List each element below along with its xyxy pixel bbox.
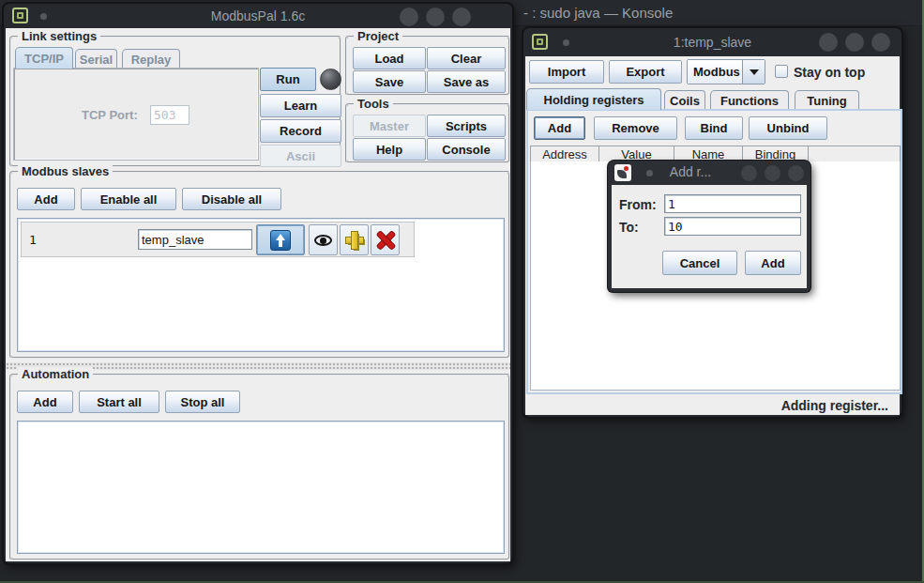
plus-icon — [345, 231, 364, 250]
modbuspal-titlebar[interactable]: ModbusPal 1.6c — [4, 4, 512, 28]
temp-slave-titlebar[interactable]: 1:temp_slave — [523, 28, 901, 56]
tab-replay[interactable]: Replay — [122, 49, 180, 69]
window-maximize-button[interactable] — [845, 33, 864, 52]
disable-all-button[interactable]: Disable all — [182, 188, 281, 210]
modbuspal-window: ModbusPal 1.6c Link settings TCP/IP Seri… — [2, 2, 514, 565]
slave-view-button[interactable] — [309, 224, 338, 255]
tcpip-panel: TCP Port: — [13, 68, 259, 161]
start-all-button[interactable]: Start all — [79, 391, 159, 413]
help-button[interactable]: Help — [353, 138, 426, 161]
enabled-arrow-icon — [270, 230, 291, 251]
save-button[interactable]: Save — [353, 70, 426, 93]
clear-button[interactable]: Clear — [427, 47, 506, 69]
record-button[interactable]: Record — [260, 119, 341, 143]
project-group: Project Load Clear Save Save as — [345, 36, 510, 96]
window-minimize-button[interactable] — [400, 8, 418, 26]
run-button[interactable]: Run — [260, 68, 316, 91]
slave-id: 1 — [29, 233, 37, 247]
project-title: Project — [354, 29, 402, 43]
tab-tcpip[interactable]: TCP/IP — [15, 47, 73, 69]
slave-enable-toggle[interactable] — [256, 224, 305, 255]
console-button[interactable]: Console — [427, 138, 506, 161]
konsole-title: - : sudo java — Konsole — [523, 5, 673, 21]
status-text: Adding register... — [781, 398, 888, 413]
import-button[interactable]: Import — [529, 60, 604, 84]
automation-title: Automation — [18, 367, 93, 381]
modbus-slaves-group: Modbus slaves Add Enable all Disable all… — [9, 171, 510, 359]
column-header-empty — [808, 146, 901, 162]
link-settings-title: Link settings — [18, 29, 100, 43]
dialog-minimize-button[interactable] — [741, 165, 757, 181]
dialog-cancel-button[interactable]: Cancel — [662, 251, 737, 275]
window-close-button[interactable] — [871, 33, 890, 52]
modbus-slaves-title: Modbus slaves — [18, 164, 113, 178]
dialog-titlebar[interactable]: Add r... — [608, 161, 810, 185]
ascii-button: Ascii — [260, 145, 341, 167]
stay-on-top-label: Stay on top — [794, 65, 865, 80]
column-header-address[interactable]: Address — [530, 146, 599, 162]
tab-holding-registers[interactable]: Holding registers — [526, 88, 661, 110]
automation-group: Automation Add Start all Stop all — [9, 374, 510, 560]
tools-group: Tools Master Scripts Help Console — [345, 103, 510, 163]
save-as-button[interactable]: Save as — [427, 70, 506, 93]
learn-button[interactable]: Learn — [260, 94, 341, 117]
tab-coils[interactable]: Coils — [664, 90, 705, 110]
tcp-port-field[interactable] — [150, 105, 189, 125]
delete-x-icon — [376, 231, 395, 250]
load-button[interactable]: Load — [353, 47, 426, 69]
dialog-add-button[interactable]: Add — [745, 251, 801, 275]
scripts-button[interactable]: Scripts — [427, 115, 506, 137]
tcp-port-label: TCP Port: — [82, 108, 138, 122]
link-settings-group: Link settings TCP/IP Serial Replay TCP P… — [9, 36, 341, 167]
from-label: From: — [619, 197, 657, 212]
tab-functions[interactable]: Functions — [710, 90, 789, 110]
to-field[interactable] — [664, 217, 801, 236]
eye-icon — [314, 235, 332, 246]
master-button: Master — [353, 115, 426, 137]
slave-delete-button[interactable] — [371, 224, 400, 255]
slave-duplicate-button[interactable] — [340, 224, 369, 255]
register-unbind-button[interactable]: Unbind — [749, 116, 827, 140]
from-field[interactable] — [664, 194, 801, 213]
register-bind-button[interactable]: Bind — [685, 116, 743, 140]
slave-add-button[interactable]: Add — [17, 188, 75, 210]
status-bar: Adding register... — [525, 394, 900, 417]
implementation-dropdown[interactable]: Modbus — [687, 59, 765, 84]
tools-title: Tools — [354, 97, 393, 111]
slave-row: 1 — [21, 222, 415, 257]
automation-add-button[interactable]: Add — [17, 391, 73, 413]
dialog-maximize-button[interactable] — [765, 165, 780, 181]
dialog-close-button[interactable] — [788, 165, 804, 181]
export-button[interactable]: Export — [609, 60, 682, 84]
link-status-led-icon — [320, 69, 341, 90]
add-register-dialog: Add r... From: To: Cancel Add — [608, 161, 810, 292]
dialog-body: From: To: Cancel Add — [612, 185, 807, 288]
automation-list — [17, 421, 505, 554]
slave-name-field[interactable] — [138, 229, 252, 250]
enable-all-button[interactable]: Enable all — [81, 188, 176, 210]
to-label: To: — [619, 220, 639, 235]
stay-on-top-checkbox[interactable] — [775, 65, 788, 78]
register-add-button[interactable]: Add — [534, 116, 585, 140]
slave-list: 1 — [17, 218, 505, 352]
tab-tuning[interactable]: Tuning — [795, 90, 859, 110]
register-remove-button[interactable]: Remove — [594, 116, 677, 140]
dropdown-value: Modbus — [688, 60, 742, 84]
window-close-button[interactable] — [452, 8, 471, 26]
dropdown-arrow-icon[interactable] — [742, 60, 765, 84]
window-minimize-button[interactable] — [819, 33, 838, 52]
tab-serial[interactable]: Serial — [75, 49, 117, 69]
stop-all-button[interactable]: Stop all — [165, 391, 240, 413]
window-maximize-button[interactable] — [426, 8, 445, 26]
